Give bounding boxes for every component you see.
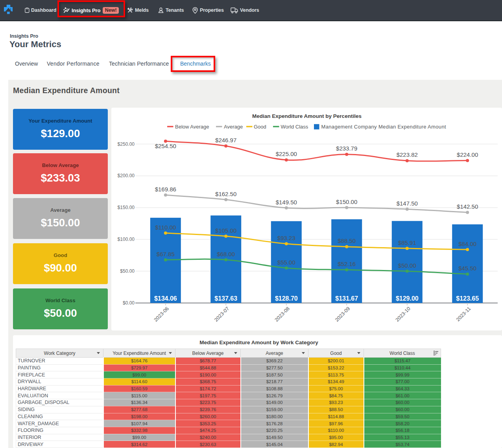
svg-text:$147.50: $147.50 (397, 200, 418, 207)
svg-text:$223.82: $223.82 (397, 151, 418, 158)
svg-text:$50.00: $50.00 (120, 268, 135, 274)
svg-text:$254.50: $254.50 (155, 143, 176, 149)
svg-text:Below Average: Below Average (175, 124, 209, 130)
svg-text:Management Company Median Expe: Management Company Median Expenditure Am… (321, 124, 447, 130)
svg-text:$85.91: $85.91 (398, 239, 416, 246)
svg-text:$110.00: $110.00 (155, 224, 176, 231)
svg-text:$233.79: $233.79 (336, 145, 357, 152)
svg-text:$0.00: $0.00 (123, 300, 135, 306)
svg-text:$55.00: $55.00 (277, 259, 295, 266)
svg-text:$105.00: $105.00 (215, 227, 236, 234)
svg-text:$150.00: $150.00 (336, 198, 357, 205)
svg-text:2023-08: 2023-08 (273, 306, 291, 323)
svg-text:2023-09: 2023-09 (334, 306, 351, 323)
svg-text:2023-06: 2023-06 (153, 306, 170, 323)
svg-text:$150.00: $150.00 (118, 205, 135, 210)
svg-text:2023-07: 2023-07 (213, 306, 231, 323)
svg-text:$88.50: $88.50 (338, 237, 356, 244)
svg-text:$100.00: $100.00 (118, 237, 135, 242)
svg-text:$225.00: $225.00 (276, 151, 297, 157)
svg-text:$45.50: $45.50 (458, 265, 476, 272)
svg-text:$123.65: $123.65 (456, 295, 479, 302)
svg-text:$52.16: $52.16 (338, 261, 356, 267)
svg-text:2023-10: 2023-10 (394, 306, 412, 323)
svg-text:$200.00: $200.00 (118, 173, 135, 178)
svg-text:$93.23: $93.23 (277, 235, 295, 241)
svg-text:$142.50: $142.50 (457, 203, 478, 210)
svg-text:2023-11: 2023-11 (455, 306, 472, 323)
svg-text:$169.86: $169.86 (155, 186, 176, 193)
svg-text:Median Expenditure Amount by P: Median Expenditure Amount by Percentiles (252, 113, 362, 119)
svg-text:Average: Average (224, 124, 243, 130)
svg-text:$129.00: $129.00 (396, 295, 419, 302)
svg-text:$67.85: $67.85 (157, 251, 175, 257)
svg-text:$131.67: $131.67 (335, 295, 358, 302)
svg-text:$246.97: $246.97 (215, 137, 236, 143)
svg-text:$68.00: $68.00 (217, 251, 235, 257)
svg-text:$84.00: $84.00 (458, 241, 476, 247)
svg-text:$224.00: $224.00 (457, 151, 478, 158)
svg-text:$149.50: $149.50 (276, 199, 297, 206)
svg-text:$162.50: $162.50 (215, 191, 236, 197)
svg-text:$128.70: $128.70 (275, 295, 298, 302)
svg-text:$137.63: $137.63 (214, 295, 237, 302)
svg-text:$134.06: $134.06 (154, 295, 177, 302)
svg-text:$50.00: $50.00 (398, 262, 416, 269)
svg-text:Good: Good (254, 124, 266, 130)
svg-text:World Class: World Class (281, 124, 308, 130)
svg-text:$250.00: $250.00 (118, 141, 135, 147)
